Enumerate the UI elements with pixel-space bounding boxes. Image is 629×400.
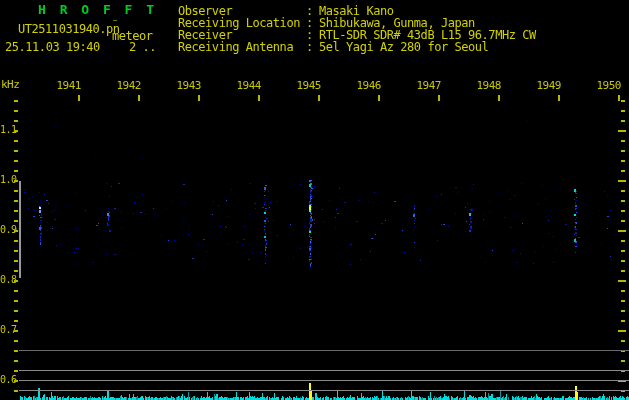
scale-bar [19, 181, 21, 278]
freq-tick-left [14, 320, 18, 322]
freq-tick-left [14, 110, 18, 112]
freq-tick-right [621, 300, 625, 302]
counter-label: 2 .. [129, 40, 156, 54]
freq-tick-right [621, 130, 625, 132]
freq-tick-left [14, 390, 18, 392]
freq-tick-right [621, 100, 625, 102]
freq-tick-left [14, 380, 18, 382]
time-label: 1946 [353, 79, 381, 92]
freq-tick-right [621, 120, 625, 122]
freq-tick-left [14, 360, 18, 362]
grid-line [19, 390, 629, 391]
freq-tick-left [14, 350, 18, 352]
time-tick [138, 95, 140, 101]
time-tick [558, 95, 560, 101]
axes-layer: 1941194219431944194519461947194819491950… [0, 0, 629, 400]
freq-tick-left [14, 280, 18, 282]
time-tick [618, 95, 620, 101]
freq-tick-right [621, 220, 625, 222]
info-label: Receiving Antenna [178, 40, 293, 54]
freq-tick-right [621, 180, 625, 182]
freq-tick-right [621, 360, 625, 362]
freq-tick-left [14, 290, 18, 292]
freq-tick-left [14, 120, 18, 122]
time-label: 1945 [293, 79, 321, 92]
time-label: 1943 [173, 79, 201, 92]
time-tick [438, 95, 440, 101]
time-tick [78, 95, 80, 101]
freq-tick-right [621, 310, 625, 312]
time-label: 1941 [53, 79, 81, 92]
datetime-label: 25.11.03 19:40 [5, 40, 100, 54]
time-tick [318, 95, 320, 101]
freq-tick-left [14, 160, 18, 162]
time-tick [498, 95, 500, 101]
freq-tick-right [621, 340, 625, 342]
freq-tick-right [621, 200, 625, 202]
freq-tick-left [14, 270, 18, 272]
freq-tick-left [14, 230, 18, 232]
freq-tick-right [621, 190, 625, 192]
freq-tick-right [621, 240, 625, 242]
freq-tick-left [14, 130, 18, 132]
info-value: 5el Yagi Az 280 for Seoul [319, 40, 488, 54]
freq-tick-right [621, 140, 625, 142]
khz-unit-label: kHz [1, 78, 19, 91]
freq-tick-right [621, 150, 625, 152]
freq-tick-left [14, 150, 18, 152]
freq-tick-left [14, 180, 18, 182]
info-colon: : [306, 40, 313, 54]
freq-tick-left [14, 340, 18, 342]
time-label: 1947 [413, 79, 441, 92]
time-tick [258, 95, 260, 101]
freq-tick-right [621, 210, 625, 212]
freq-tick-left [14, 210, 18, 212]
freq-tick-left [14, 250, 18, 252]
grid-line [19, 380, 629, 381]
freq-tick-right [621, 290, 625, 292]
time-label: 1948 [473, 79, 501, 92]
freq-tick-right [621, 320, 625, 322]
freq-tick-left [14, 100, 18, 102]
time-tick [198, 95, 200, 101]
freq-tick-left [14, 330, 18, 332]
time-tick [378, 95, 380, 101]
hrofft-screen: 1941194219431944194519461947194819491950… [0, 0, 629, 400]
freq-tick-right [621, 260, 625, 262]
freq-tick-left [14, 170, 18, 172]
freq-tick-left [14, 190, 18, 192]
app-title: H R O F F T [38, 2, 157, 17]
grid-line [19, 350, 629, 351]
time-label: 1949 [533, 79, 561, 92]
freq-tick-right [621, 160, 625, 162]
time-label: 1944 [233, 79, 261, 92]
freq-tick-left [14, 140, 18, 142]
filename-label: UT2511031940.pn [18, 22, 120, 36]
freq-tick-left [14, 370, 18, 372]
freq-tick-left [14, 260, 18, 262]
freq-tick-left [14, 310, 18, 312]
freq-tick-left [14, 300, 18, 302]
time-label: 1950 [593, 79, 621, 92]
freq-tick-right [621, 270, 625, 272]
time-label: 1942 [113, 79, 141, 92]
grid-line [19, 370, 629, 371]
freq-tick-right [621, 330, 625, 332]
freq-tick-right [621, 170, 625, 172]
freq-tick-right [621, 110, 625, 112]
freq-tick-right [621, 230, 625, 232]
freq-tick-left [14, 240, 18, 242]
freq-tick-left [14, 220, 18, 222]
freq-tick-right [621, 280, 625, 282]
freq-tick-right [621, 250, 625, 252]
freq-tick-left [14, 200, 18, 202]
